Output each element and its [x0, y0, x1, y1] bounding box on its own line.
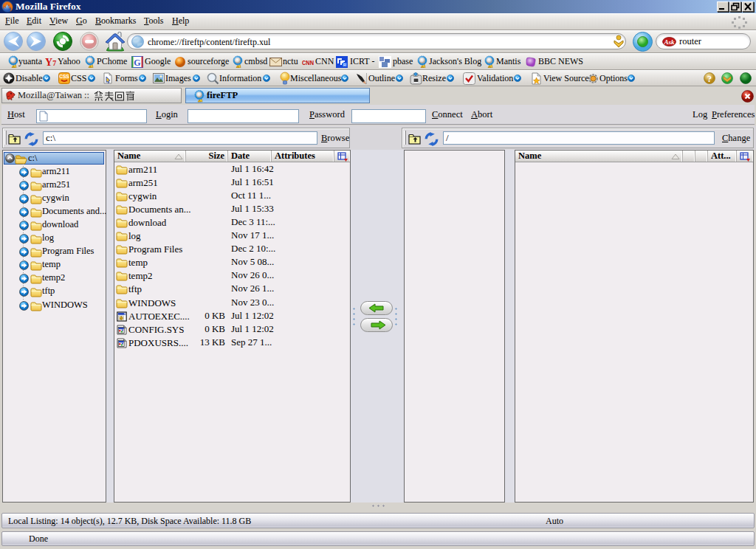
- svg-text:G: G: [134, 58, 140, 68]
- svg-text:CSS: CSS: [59, 74, 69, 79]
- svg-text:CNN: CNN: [302, 59, 314, 66]
- svg-text:Ask: Ask: [663, 38, 675, 46]
- svg-text:?: ?: [707, 74, 712, 84]
- svg-text:Y7: Y7: [45, 57, 56, 67]
- svg-text:R: R: [343, 63, 346, 67]
